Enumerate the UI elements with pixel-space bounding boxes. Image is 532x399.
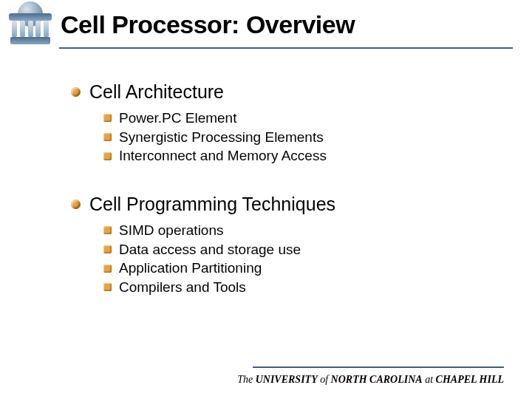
list-item: Data access and storage use (103, 240, 485, 259)
title-underline (59, 47, 513, 49)
item-text: SIMD operations (119, 221, 224, 240)
section-programming: Cell Programming Techniques SIMD operati… (71, 194, 485, 297)
unc-dome-logo (7, 3, 53, 49)
list-item: Interconnect and Memory Access (103, 146, 485, 166)
heading-programming: Cell Programming Techniques (71, 194, 485, 215)
footer-rule (253, 366, 504, 368)
content-area: Cell Architecture Power.PC Element Syner… (71, 81, 485, 324)
bullet-square-icon (103, 245, 112, 253)
list-item: Compilers and Tools (103, 278, 485, 297)
list-item: SIMD operations (103, 221, 485, 240)
bullet-square-icon (103, 133, 112, 141)
section-architecture: Cell Architecture Power.PC Element Syner… (71, 81, 485, 166)
list-item: Application Partitioning (103, 259, 485, 278)
footer-text: The UNIVERSITY of NORTH CAROLINA at CHAP… (237, 374, 504, 386)
bullet-square-icon (103, 152, 112, 160)
item-text: Power.PC Element (119, 109, 236, 128)
slide-title: Cell Processor: Overview (61, 10, 355, 39)
bullet-square-icon (103, 114, 112, 122)
list-item: Power.PC Element (103, 109, 485, 128)
item-text: Data access and storage use (119, 240, 301, 259)
item-text: Application Partitioning (119, 259, 262, 278)
bullet-square-icon (103, 265, 112, 273)
item-text: Synergistic Processing Elements (119, 128, 324, 147)
heading-text: Cell Architecture (89, 81, 224, 103)
bullet-round-icon (71, 87, 81, 97)
list-item: Synergistic Processing Elements (103, 128, 485, 147)
item-text: Compilers and Tools (119, 278, 246, 297)
bullet-round-icon (71, 200, 81, 209)
heading-architecture: Cell Architecture (71, 81, 485, 103)
bullet-square-icon (103, 226, 112, 234)
item-text: Interconnect and Memory Access (119, 146, 327, 166)
heading-text: Cell Programming Techniques (89, 194, 335, 215)
bullet-square-icon (103, 283, 112, 291)
